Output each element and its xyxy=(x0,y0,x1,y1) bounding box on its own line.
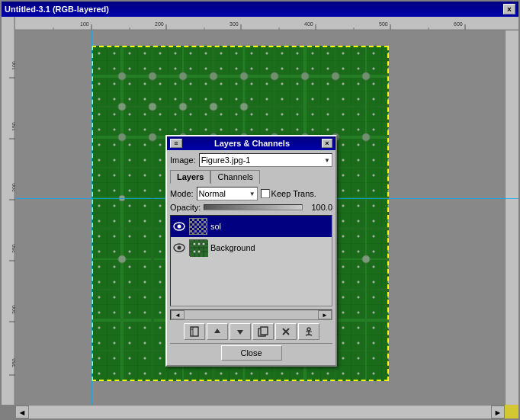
layer-name-sol: sol xyxy=(210,222,330,231)
svg-point-81 xyxy=(362,255,370,263)
svg-point-62 xyxy=(179,103,187,111)
opacity-label: Opacity: xyxy=(170,203,201,212)
svg-point-85 xyxy=(178,246,181,250)
dialog-close-button[interactable]: × xyxy=(322,139,332,148)
svg-point-95 xyxy=(203,243,205,245)
image-dropdown-value: Figure3.jpg-1 xyxy=(201,155,251,165)
svg-rect-104 xyxy=(261,327,268,335)
svg-point-83 xyxy=(178,225,181,229)
svg-marker-102 xyxy=(237,330,243,335)
svg-point-51 xyxy=(118,72,126,80)
svg-text:100: 100 xyxy=(80,21,89,27)
svg-point-54 xyxy=(210,72,217,80)
tab-layers[interactable]: Layers xyxy=(170,170,210,184)
dialog-title-text: Layers & Channels xyxy=(182,139,322,148)
layer-item-background[interactable]: Background xyxy=(171,237,332,258)
image-row: Image: Figure3.jpg-1 ▼ xyxy=(170,153,332,167)
keep-trans-row: Keep Trans. xyxy=(261,189,316,198)
layers-hscroll[interactable]: ◄ ► xyxy=(170,309,332,320)
svg-text:600: 600 xyxy=(454,21,463,27)
svg-rect-98 xyxy=(191,327,198,336)
image-dropdown-arrow: ▼ xyxy=(324,157,330,164)
layer-visibility-background[interactable] xyxy=(172,241,186,255)
ruler-top: 100 200 300 400 500 600 xyxy=(15,17,518,30)
canvas-area: 100 200 300 400 500 600 xyxy=(2,17,518,418)
svg-point-60 xyxy=(118,103,126,111)
svg-point-52 xyxy=(149,72,156,80)
guide-line-vertical xyxy=(91,30,92,405)
svg-point-58 xyxy=(332,72,339,80)
app-title: Untitled-3.1 (RGB-layered) xyxy=(5,5,109,14)
svg-point-96 xyxy=(194,251,196,253)
title-bar: Untitled-3.1 (RGB-layered) × xyxy=(2,2,518,17)
layer-visibility-sol[interactable] xyxy=(172,220,186,233)
svg-text:200: 200 xyxy=(155,21,164,27)
close-button[interactable]: Close xyxy=(221,345,282,361)
svg-marker-101 xyxy=(214,329,220,333)
svg-text:300: 300 xyxy=(230,21,239,27)
app-window: Untitled-3.1 (RGB-layered) × 100 200 300… xyxy=(0,0,520,420)
svg-text:500: 500 xyxy=(379,21,388,27)
opacity-slider[interactable] xyxy=(204,204,303,210)
layer-thumbnail-background xyxy=(189,239,207,256)
scrollbar-bottom[interactable]: ◄ ► xyxy=(15,405,505,418)
dialog-menu-button[interactable]: ≡ xyxy=(170,139,182,148)
svg-point-56 xyxy=(271,72,278,80)
svg-point-57 xyxy=(301,72,309,80)
svg-point-94 xyxy=(198,243,201,245)
svg-point-65 xyxy=(118,133,126,141)
layer-name-background: Background xyxy=(210,243,330,252)
app-close-button[interactable]: × xyxy=(503,4,515,14)
dialog-body: Image: Figure3.jpg-1 ▼ Layers Channels xyxy=(167,150,335,365)
svg-point-64 xyxy=(240,103,248,111)
new-layer-button[interactable] xyxy=(184,323,205,340)
mode-dropdown-arrow: ▼ xyxy=(249,191,255,197)
mode-label: Mode: xyxy=(170,189,194,198)
anchor-layer-button[interactable] xyxy=(298,323,319,340)
svg-point-53 xyxy=(179,72,187,80)
keep-trans-label: Keep Trans. xyxy=(271,189,316,198)
dialog-title-buttons: × xyxy=(322,139,332,148)
opacity-value: 100.0 xyxy=(306,203,332,212)
svg-point-59 xyxy=(362,72,370,80)
tabs-row: Layers Channels xyxy=(170,170,332,184)
svg-point-61 xyxy=(149,103,156,111)
delete-layer-button[interactable] xyxy=(275,323,297,340)
layer-thumbnail-sol xyxy=(189,218,207,235)
svg-point-97 xyxy=(198,251,201,253)
ruler-left: 100 150 200 250 300 350 xyxy=(2,17,15,405)
keep-trans-checkbox[interactable] xyxy=(261,189,270,198)
svg-point-93 xyxy=(194,243,196,245)
svg-point-77 xyxy=(118,255,126,263)
opacity-row: Opacity: 100.0 xyxy=(170,203,332,212)
close-row: Close xyxy=(170,343,332,362)
image-label: Image: xyxy=(170,155,196,165)
image-dropdown[interactable]: Figure3.jpg-1 ▼ xyxy=(199,153,332,167)
mode-dropdown[interactable]: Normal ▼ xyxy=(197,187,258,200)
layer-item-sol[interactable]: sol xyxy=(171,216,332,237)
mode-row: Mode: Normal ▼ Keep Trans. xyxy=(170,187,332,200)
svg-point-66 xyxy=(149,133,156,141)
layers-channels-dialog: ≡ Layers & Channels × Image: Figure3.jpg… xyxy=(165,135,337,367)
move-layer-down-button[interactable] xyxy=(230,323,251,340)
duplicate-layer-button[interactable] xyxy=(252,323,274,340)
tab-channels[interactable]: Channels xyxy=(210,170,259,184)
svg-text:400: 400 xyxy=(304,21,313,27)
mode-value: Normal xyxy=(199,189,226,198)
move-layer-up-button[interactable] xyxy=(207,323,228,340)
svg-point-55 xyxy=(240,72,248,80)
svg-point-63 xyxy=(210,103,217,111)
action-buttons-row xyxy=(170,323,332,340)
dialog-title-bar: ≡ Layers & Channels × xyxy=(167,136,335,150)
svg-point-107 xyxy=(307,328,310,331)
layers-list: sol xyxy=(170,215,332,306)
svg-point-73 xyxy=(362,133,370,141)
